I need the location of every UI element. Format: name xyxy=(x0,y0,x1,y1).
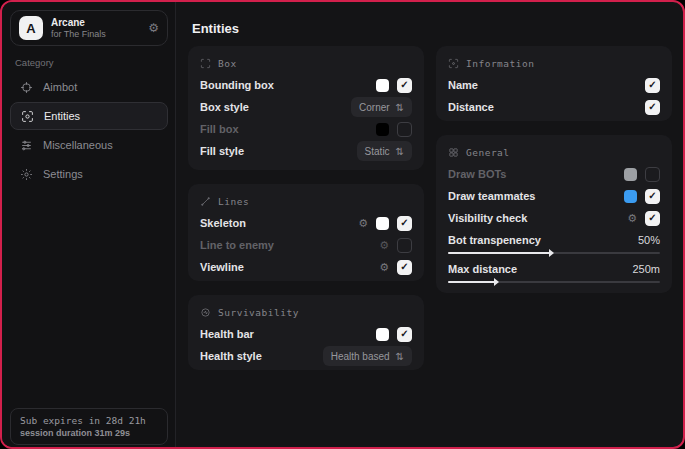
panel-lines: Lines Skeleton ⚙ Line to enemy ⚙ Viewlin… xyxy=(188,184,424,281)
app-window: A Arcane for The Finals ⚙ Category Aimbo… xyxy=(0,0,685,449)
row-viewline: Viewline ⚙ xyxy=(200,256,412,278)
slider-track[interactable] xyxy=(448,252,660,254)
checkbox[interactable] xyxy=(397,78,412,93)
slider-handle[interactable] xyxy=(448,281,495,283)
panel-survivability-header: Survivability xyxy=(200,304,412,320)
slider-handle[interactable] xyxy=(448,252,550,254)
color-swatch[interactable] xyxy=(624,168,637,181)
row-label: Draw BOTs xyxy=(448,168,616,180)
diagonal-line-icon xyxy=(200,196,211,207)
scan-info-icon xyxy=(448,58,459,69)
row-draw-bots: Draw BOTs xyxy=(448,163,660,185)
row-health-style: Health style Health based ⇅ xyxy=(200,345,412,367)
sidebar-item-miscellaneous[interactable]: Miscellaneous xyxy=(10,131,168,159)
panel-general: General Draw BOTs Draw teammates Visibil… xyxy=(436,135,672,293)
row-label: Viewline xyxy=(200,261,371,273)
sidebar: A Arcane for The Finals ⚙ Category Aimbo… xyxy=(2,2,176,447)
slider-label: Max distance xyxy=(448,263,624,275)
slider-label-row: Bot transpenency 50% xyxy=(448,231,660,249)
row-label: Bounding box xyxy=(200,79,368,91)
health-style-dropdown[interactable]: Health based ⇅ xyxy=(323,346,412,366)
checkbox[interactable] xyxy=(397,238,412,253)
sidebar-item-label: Settings xyxy=(43,168,83,180)
corner-brackets-icon xyxy=(200,58,211,69)
color-swatch[interactable] xyxy=(376,79,389,92)
row-label: Box style xyxy=(200,101,343,113)
app-title: Arcane xyxy=(51,17,140,29)
gear-icon[interactable]: ⚙ xyxy=(148,21,159,35)
slider-value: 50% xyxy=(638,234,660,246)
panel-information: Information Name Distance xyxy=(436,46,672,121)
settings-gear-icon[interactable]: ⚙ xyxy=(379,262,389,273)
checkbox[interactable] xyxy=(645,167,660,182)
row-health-bar: Health bar xyxy=(200,323,412,345)
category-label: Category xyxy=(15,57,54,68)
settings-gear-icon[interactable]: ⚙ xyxy=(358,218,368,229)
app-logo: A xyxy=(19,16,43,40)
row-label: Health bar xyxy=(200,328,368,340)
row-visibility-check: Visibility check ⚙ xyxy=(448,207,660,229)
row-label: Visibility check xyxy=(448,212,619,224)
sidebar-item-label: Entities xyxy=(44,110,80,122)
checkbox[interactable] xyxy=(397,216,412,231)
updown-arrows-icon: ⇅ xyxy=(396,351,404,362)
gear-icon xyxy=(20,168,33,181)
updown-arrows-icon: ⇅ xyxy=(396,102,404,113)
subscription-card: Sub expires in 28d 21h session duration … xyxy=(10,408,168,445)
color-swatch[interactable] xyxy=(376,123,389,136)
grid-icon xyxy=(448,147,459,158)
slider-label: Bot transpenency xyxy=(448,234,630,246)
checkbox[interactable] xyxy=(645,100,660,115)
checkbox[interactable] xyxy=(645,211,660,226)
row-skeleton: Skeleton ⚙ xyxy=(200,212,412,234)
fill-style-dropdown[interactable]: Static ⇅ xyxy=(357,141,412,161)
row-draw-teammates: Draw teammates xyxy=(448,185,660,207)
checkbox[interactable] xyxy=(397,122,412,137)
checkbox[interactable] xyxy=(645,78,660,93)
row-name: Name xyxy=(448,74,660,96)
sidebar-item-settings[interactable]: Settings xyxy=(10,160,168,188)
pulse-circle-icon xyxy=(200,307,211,318)
row-distance: Distance xyxy=(448,96,660,118)
slider-track[interactable] xyxy=(448,281,660,283)
sidebar-item-aimbot[interactable]: Aimbot xyxy=(10,73,168,101)
color-swatch[interactable] xyxy=(624,190,637,203)
eye-scan-icon xyxy=(21,110,34,123)
row-label: Draw teammates xyxy=(448,190,616,202)
settings-gear-icon[interactable]: ⚙ xyxy=(627,213,637,224)
color-swatch[interactable] xyxy=(376,328,389,341)
sidebar-item-entities[interactable]: Entities xyxy=(10,102,168,130)
row-label: Fill box xyxy=(200,123,368,135)
color-swatch[interactable] xyxy=(376,217,389,230)
sliders-icon xyxy=(20,139,33,152)
slider-bot-transparency: Bot transpenency 50% xyxy=(448,231,660,254)
box-style-dropdown[interactable]: Corner ⇅ xyxy=(351,97,412,117)
updown-arrows-icon: ⇅ xyxy=(396,146,404,157)
panel-box: Box Bounding box Box style Corner ⇅ Fill… xyxy=(188,46,424,170)
page-title: Entities xyxy=(192,21,239,36)
row-label: Name xyxy=(448,79,637,91)
session-duration-text: session duration 31m 29s xyxy=(20,428,158,438)
sidebar-nav: Aimbot Entities Miscellaneous Settings xyxy=(2,72,176,189)
checkbox[interactable] xyxy=(397,260,412,275)
sidebar-item-label: Miscellaneous xyxy=(43,139,113,151)
row-label: Health style xyxy=(200,350,315,362)
row-fill-style: Fill style Static ⇅ xyxy=(200,140,412,162)
slider-label-row: Max distance 250m xyxy=(448,260,660,278)
sidebar-item-label: Aimbot xyxy=(43,81,77,93)
sub-expiry-text: Sub expires in 28d 21h xyxy=(20,415,158,426)
panel-box-header: Box xyxy=(200,55,412,71)
checkbox[interactable] xyxy=(645,189,660,204)
row-label: Fill style xyxy=(200,145,349,157)
checkbox[interactable] xyxy=(397,327,412,342)
row-fill-box: Fill box xyxy=(200,118,412,140)
slider-max-distance: Max distance 250m xyxy=(448,260,660,283)
row-line-to-enemy: Line to enemy ⚙ xyxy=(200,234,412,256)
panel-lines-header: Lines xyxy=(200,193,412,209)
crosshair-icon xyxy=(20,81,33,94)
app-subtitle: for The Finals xyxy=(51,29,140,39)
row-bounding-box: Bounding box xyxy=(200,74,412,96)
panel-general-header: General xyxy=(448,144,660,160)
settings-gear-icon[interactable]: ⚙ xyxy=(379,240,389,251)
main-content: Entities Box Bounding box Box style Corn… xyxy=(177,2,683,447)
